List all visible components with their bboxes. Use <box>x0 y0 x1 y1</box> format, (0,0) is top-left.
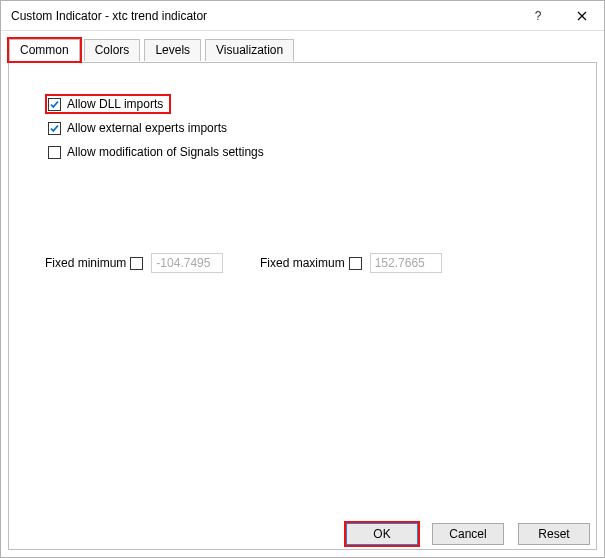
tab-common[interactable]: Common <box>9 39 80 61</box>
help-button[interactable]: ? <box>516 1 560 31</box>
tab-panel-common: Allow DLL imports Allow external experts… <box>8 63 597 550</box>
dialog-window: Custom Indicator - xtc trend indicator ?… <box>0 0 605 558</box>
tab-levels[interactable]: Levels <box>144 39 201 61</box>
window-title: Custom Indicator - xtc trend indicator <box>11 9 516 23</box>
cancel-button[interactable]: Cancel <box>432 523 504 545</box>
fixed-max-label: Fixed maximum <box>260 256 345 270</box>
check-row-sig: Allow modification of Signals settings <box>45 141 560 163</box>
fixed-max-group: Fixed maximum <box>260 253 442 273</box>
checkbox-fixed-max[interactable] <box>349 257 362 270</box>
checkbox-allow-external[interactable] <box>48 122 61 135</box>
check-row-dll: Allow DLL imports <box>45 93 560 115</box>
checkbox-allow-signals[interactable] <box>48 146 61 159</box>
minmax-row: Fixed minimum Fixed maximum <box>45 253 560 273</box>
fixed-min-group: Fixed minimum <box>45 253 260 273</box>
checkbox-label-ext: Allow external experts imports <box>67 121 227 135</box>
tab-colors[interactable]: Colors <box>84 39 141 61</box>
titlebar: Custom Indicator - xtc trend indicator ? <box>1 1 604 31</box>
tabs-row: Common Colors Levels Visualization <box>1 31 604 63</box>
close-button[interactable] <box>560 1 604 31</box>
check-row-ext: Allow external experts imports <box>45 117 560 139</box>
checkbox-allow-dll[interactable] <box>48 98 61 111</box>
check-icon <box>49 123 60 134</box>
fixed-min-label: Fixed minimum <box>45 256 126 270</box>
close-icon <box>577 11 587 21</box>
checkbox-fixed-min[interactable] <box>130 257 143 270</box>
reset-button[interactable]: Reset <box>518 523 590 545</box>
dialog-footer: OK Cancel Reset <box>344 521 592 547</box>
fixed-min-input[interactable] <box>151 253 223 273</box>
checkbox-label-dll: Allow DLL imports <box>67 97 163 111</box>
ok-button[interactable]: OK <box>346 523 418 545</box>
check-icon <box>49 99 60 110</box>
fixed-max-input[interactable] <box>370 253 442 273</box>
checkbox-label-sig: Allow modification of Signals settings <box>67 145 264 159</box>
tab-visualization[interactable]: Visualization <box>205 39 294 61</box>
